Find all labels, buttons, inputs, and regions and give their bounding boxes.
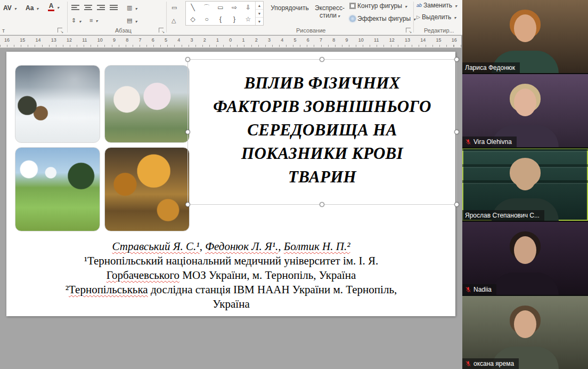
slide-workspace[interactable]: ВПЛИВ ФІЗИЧНИХФАКТОРІВ ЗОВНІШНЬОГОСЕРЕДО… [0,49,462,369]
right-brace-shape[interactable]: } [227,13,241,25]
ribbon-divider [67,2,68,33]
columns-button[interactable]: ▥ [127,4,137,11]
select-objects-button[interactable]: ▭ [172,4,177,11]
change-case-button[interactable]: Aa [26,4,38,12]
gallery-more-icon[interactable]: ▼ [256,17,263,25]
slide-title-line: ТВАРИН [192,165,452,189]
winter-landscape-painting[interactable] [15,65,100,143]
ruler-number: 3 [191,37,193,43]
slide-canvas[interactable]: ВПЛИВ ФІЗИЧНИХФАКТОРІВ ЗОВНІШНЬОГОСЕРЕДО… [6,52,455,316]
ruler-number: 9 [113,37,116,43]
text-segment: дослідна станція ІВМ НААН України м. Тер… [148,283,397,296]
slide-title[interactable]: ВПЛИВ ФІЗИЧНИХФАКТОРІВ ЗОВНІШНЬОГОСЕРЕДО… [192,71,452,189]
star-shape[interactable]: ☆ [241,13,255,25]
autumn-trees-painting[interactable] [104,147,190,231]
edit-shape-button[interactable]: △ [172,17,176,24]
shape-effects-button[interactable]: Эффекты фигуры [349,15,415,22]
summer-meadow-painting[interactable] [15,147,100,231]
select-button[interactable]: ▷ Выделить [416,13,456,21]
participant-name-label: Vira Olehivna [462,137,517,147]
participant-tile[interactable]: оксана ярема [462,296,588,369]
spring-blossom-painting[interactable] [104,65,190,143]
participant-tile[interactable]: Лариса Федонюк [462,0,588,73]
ruler-number: 13 [51,37,56,43]
arrange-button[interactable]: Упорядочить [268,4,311,12]
affiliation-line: ¹Тернопільський національний медичний ун… [26,254,437,268]
diamond-shape[interactable]: ◇ [186,13,200,25]
resize-handle[interactable] [185,202,190,207]
ruler-number: 5 [165,37,167,43]
participant-face [514,236,536,264]
shape-outline-icon [349,3,356,9]
line-shape[interactable]: ╲ [186,2,200,13]
participant-tile[interactable]: Vira Olehivna [462,74,588,147]
resize-handle[interactable] [185,57,190,62]
ruler-number: 4 [281,37,283,43]
drawing-group-label: Рисование [296,27,325,34]
horizontal-ruler[interactable]: 1615141312111098765432101234567891011121… [0,36,461,48]
muted-mic-icon [465,286,471,293]
dropdown-caret-icon [454,2,457,9]
shapes-gallery-scrollbar[interactable]: ▲ ▼ ▼ [255,2,263,25]
character-spacing-button[interactable]: AV [3,4,17,12]
dropdown-caret-icon [404,2,407,10]
slide-title-line: СЕРЕДОВИЩА НА [192,118,452,142]
ruler-number: 14 [36,37,41,43]
shapes-gallery[interactable]: ╲⌒▭⇨⇩ ◇○{}☆ ▲ ▼ ▼ [185,1,264,26]
font-dialog-launcher[interactable] [58,28,62,33]
ellipse-shape[interactable]: ○ [200,13,214,25]
muted-mic-icon [465,139,471,145]
authors-textblock[interactable]: Стравський Я. С.¹, Федонюк Л. Я¹., Болти… [26,239,437,311]
title-textbox-selection[interactable]: ВПЛИВ ФІЗИЧНИХФАКТОРІВ ЗОВНІШНЬОГОСЕРЕДО… [187,59,457,205]
affiliation-line: Горбачевського МОЗ України, м. Тернопіль… [26,268,437,283]
replace-button[interactable]: ab Заменить [416,2,457,9]
ruler-number: 4 [177,37,180,43]
align-right-button[interactable] [97,4,105,11]
resize-handle[interactable] [454,202,459,207]
slide-title-line: ФАКТОРІВ ЗОВНІШНЬОГО [192,95,452,118]
seasons-image-group[interactable] [15,65,190,231]
line-spacing-button[interactable]: ⇕ [71,17,81,24]
paragraph-dialog-launcher[interactable] [159,28,164,33]
rectangle-shape[interactable]: ▭ [214,2,227,13]
align-center-button[interactable] [84,4,92,11]
participant-face [514,14,536,42]
ruler-number: 2 [255,37,258,43]
text-segment: Стравський Я. С.¹ [112,240,200,253]
justify-button[interactable] [110,4,118,11]
ruler-number: 12 [67,37,72,43]
dropdown-caret-icon [337,12,340,19]
resize-handle[interactable] [454,130,459,134]
text-segment: , [200,240,206,253]
slide-title-line: ПОКАЗНИКИ КРОВІ [192,142,452,165]
dropdown-caret-icon [453,13,456,21]
resize-handle[interactable] [454,57,459,62]
text-segment: Україна [213,298,249,310]
shape-outline-button[interactable]: Контур фигуры [349,2,407,10]
left-brace-shape[interactable]: { [214,13,227,25]
powerpoint-ribbon: AV Aa А т ▥ ⇕ ≡ ▤ Абзац ▭ △ ╲⌒▭⇨⇩ [0,0,462,35]
align-left-button[interactable] [71,4,79,11]
affiliation-line: Україна [26,297,437,311]
align-left-icon [71,4,79,11]
resize-handle[interactable] [320,57,324,62]
scroll-down-icon[interactable]: ▼ [256,9,263,17]
shape-effects-icon [349,15,356,22]
down-arrow-shape[interactable]: ⇩ [241,2,255,13]
convert-to-smartart-button[interactable]: ▤ [127,17,137,24]
text-direction-button[interactable]: ≡ [89,17,97,23]
participant-tile[interactable]: Nadiia [462,222,588,295]
replace-icon: ab [416,3,422,8]
text-segment: МОЗ України, м. Тернопіль, Україна [179,269,356,282]
resize-handle[interactable] [185,130,190,134]
ruler-number: 8 [126,37,128,43]
participant-tile[interactable]: Ярослав Степанович С... [462,148,588,221]
quick-styles-button[interactable]: Экспресс-стили [313,4,346,19]
scroll-up-icon[interactable]: ▲ [256,2,263,9]
arc-shape[interactable]: ⌒ [200,2,214,13]
resize-handle[interactable] [320,202,324,207]
drawing-dialog-launcher[interactable] [406,28,411,33]
participant-body [492,272,559,295]
font-color-button[interactable]: А [48,3,59,11]
right-arrow-shape[interactable]: ⇨ [227,2,241,13]
